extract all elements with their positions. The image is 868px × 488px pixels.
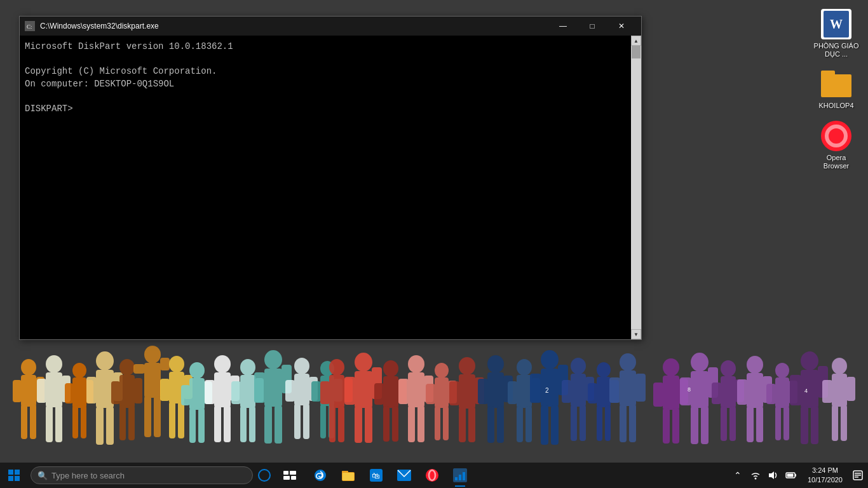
desktop-icon-opera[interactable]: Opera Browser — [811, 118, 862, 173]
svg-rect-49 — [214, 372, 231, 407]
cmd-line-2 — [25, 53, 626, 66]
taskbar-app-mail[interactable] — [390, 463, 418, 488]
tray-network-icon[interactable] — [747, 463, 764, 488]
desktop-icon-folder[interactable]: KHOILOP4 — [811, 66, 862, 112]
svg-rect-148 — [620, 404, 627, 442]
taskbar-app-edge[interactable] — [306, 463, 334, 488]
cortana-button[interactable] — [253, 463, 276, 488]
notification-center-button[interactable] — [848, 463, 868, 488]
svg-rect-109 — [459, 374, 475, 409]
scrollbar-thumb[interactable] — [632, 46, 641, 58]
svg-rect-38 — [160, 379, 170, 401]
folder-icon — [821, 69, 851, 99]
maximize-button[interactable]: □ — [578, 17, 607, 36]
svg-rect-156 — [672, 408, 679, 444]
svg-point-6 — [46, 355, 62, 373]
svg-rect-174 — [756, 406, 763, 442]
svg-rect-52 — [214, 405, 221, 442]
svg-point-175 — [775, 363, 789, 378]
svg-point-163 — [721, 360, 736, 377]
svg-rect-122 — [508, 381, 517, 404]
svg-rect-85 — [355, 371, 372, 408]
svg-rect-61 — [264, 369, 282, 407]
tray-icons: ⌃ — [726, 463, 803, 488]
search-placeholder: Type here to search — [51, 471, 125, 480]
svg-rect-47 — [198, 408, 205, 443]
svg-rect-29 — [128, 405, 135, 440]
svg-rect-145 — [620, 370, 636, 406]
svg-rect-83 — [338, 406, 344, 442]
svg-rect-110 — [449, 381, 459, 405]
svg-rect-5 — [30, 404, 36, 439]
cmd-prompt-line: DISKPART> — [25, 103, 626, 116]
svg-rect-56 — [231, 381, 241, 404]
svg-text:4: 4 — [804, 388, 808, 394]
svg-rect-22 — [96, 407, 104, 445]
svg-rect-217 — [795, 474, 796, 477]
svg-rect-173 — [747, 406, 754, 442]
svg-rect-136 — [571, 405, 577, 441]
svg-point-18 — [96, 351, 114, 370]
scrollbar-down-button[interactable]: ▼ — [631, 329, 641, 339]
svg-rect-212 — [459, 475, 461, 480]
opera-app-icon — [821, 121, 851, 151]
svg-rect-68 — [285, 380, 295, 402]
svg-rect-20 — [86, 377, 97, 403]
svg-rect-158 — [691, 371, 709, 408]
cmd-terminal-content[interactable]: Microsoft DiskPart version 10.0.18362.1 … — [20, 36, 631, 339]
search-bar[interactable]: 🔍 Type here to search — [31, 466, 253, 484]
svg-rect-98 — [398, 379, 409, 404]
svg-rect-218 — [787, 474, 793, 477]
close-button[interactable]: ✕ — [607, 17, 636, 36]
scrollbar-up-button[interactable]: ▲ — [631, 36, 641, 46]
task-manager-icon — [452, 468, 468, 483]
taskbar-app-taskmanager[interactable] — [446, 463, 474, 488]
word-icon-label: PHÒNG GIÁO DỤC ... — [813, 42, 859, 58]
svg-rect-92 — [374, 383, 384, 405]
tray-volume-icon[interactable] — [764, 463, 782, 488]
taskbar: 🔍 Type here to search — [0, 463, 868, 488]
cmd-window: C: C:\Windows\system32\diskpart.exe — □ … — [19, 16, 642, 340]
svg-point-42 — [189, 362, 205, 379]
svg-point-108 — [459, 357, 475, 375]
svg-rect-82 — [329, 406, 336, 442]
wallpaper: 2 — [0, 329, 868, 463]
cmd-titlebar[interactable]: C: C:\Windows\system32\diskpart.exe — □ … — [20, 17, 641, 36]
system-tray: ⌃ — [726, 463, 868, 488]
svg-rect-116 — [478, 379, 488, 404]
svg-rect-34 — [144, 396, 151, 437]
svg-rect-118 — [487, 406, 494, 443]
task-view-icon — [283, 471, 296, 480]
tray-overflow-button[interactable]: ⌃ — [729, 463, 747, 488]
svg-rect-190 — [846, 377, 855, 401]
taskbar-app-fileexplorer[interactable] — [334, 463, 362, 488]
svg-rect-33 — [160, 358, 170, 370]
taskbar-apps: 🛍 — [306, 463, 474, 488]
svg-rect-23 — [106, 407, 114, 445]
clock-date: 10/17/2020 — [808, 475, 843, 485]
svg-rect-130 — [541, 405, 548, 445]
svg-point-187 — [832, 358, 847, 374]
clock-display[interactable]: 3:24 PM 10/17/2020 — [803, 463, 848, 488]
svg-rect-1 — [21, 375, 36, 407]
taskbar-app-store[interactable]: 🛍 — [362, 463, 390, 488]
svg-rect-31 — [144, 363, 161, 398]
svg-point-84 — [355, 353, 372, 372]
svg-point-78 — [329, 359, 344, 376]
svg-rect-133 — [571, 374, 586, 407]
desktop-icon-word[interactable]: W PHÒNG GIÁO DỤC ... — [811, 6, 862, 61]
taskbar-app-opera[interactable] — [418, 463, 446, 488]
cmd-scrollbar[interactable]: ▲ ▼ — [631, 36, 641, 339]
search-icon: 🔍 — [37, 471, 48, 480]
start-button[interactable] — [0, 463, 28, 488]
folder-icon-label: KHOILOP4 — [818, 102, 853, 110]
svg-rect-26 — [111, 381, 120, 404]
svg-rect-161 — [691, 406, 698, 444]
task-view-button[interactable] — [276, 463, 304, 488]
tray-battery-icon[interactable] — [782, 463, 800, 488]
minimize-button[interactable]: — — [548, 17, 578, 36]
cmd-line-4: On computer: DESKTOP-0Q1S9OL — [25, 78, 626, 91]
svg-rect-71 — [303, 403, 309, 439]
svg-rect-70 — [294, 403, 301, 439]
svg-point-102 — [435, 363, 449, 378]
